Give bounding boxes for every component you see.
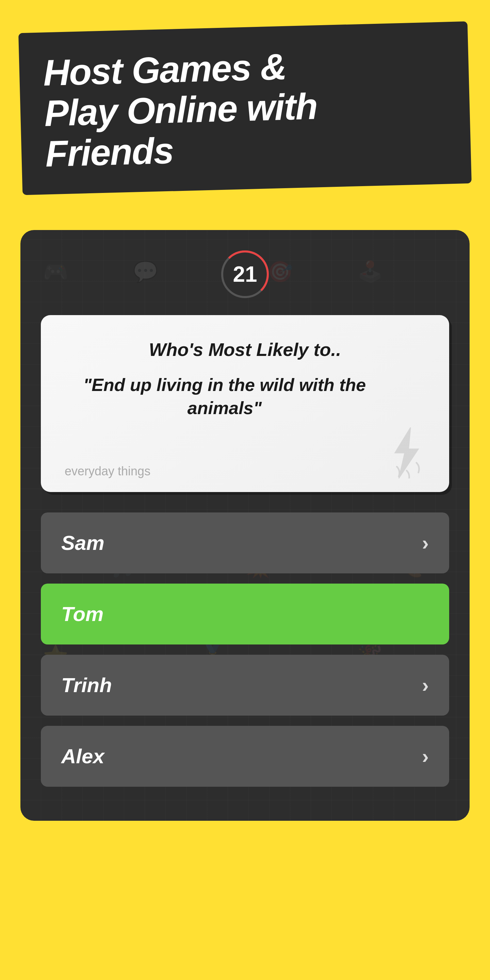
answer-trinh-label: Trinh: [61, 673, 112, 697]
answer-trinh-arrow: ›: [422, 673, 429, 697]
question-text: "End up living in the wild with the anim…: [65, 374, 425, 420]
timer-number: 21: [233, 262, 257, 287]
timer-section: 21: [41, 250, 449, 298]
answers-section: Sam › Tom Trinh › Alex ›: [41, 512, 449, 787]
header-line1: Host Games &: [43, 46, 286, 94]
header-title: Host Games & Play Online with Friends: [43, 43, 447, 174]
header-banner: Host Games & Play Online with Friends: [18, 21, 472, 195]
timer-ring: 21: [221, 250, 269, 298]
question-card: Who's Most Likely to.. "End up living in…: [41, 315, 449, 492]
answer-alex-arrow: ›: [422, 745, 429, 768]
answer-sam-label: Sam: [61, 531, 105, 555]
question-category: everyday things: [65, 464, 150, 479]
answer-tom[interactable]: Tom: [41, 584, 449, 644]
game-container: 🎮 💬 🎯 🕹️ ⚡ 🏆 🎲 💡 🎪 🌟 🎭 🔥 🎵 💥 🎨 ⭐ 🏅 🎉 💎 🚀…: [21, 230, 469, 821]
answer-sam-arrow: ›: [422, 531, 429, 555]
header-section: Host Games & Play Online with Friends: [0, 0, 490, 230]
answer-alex-label: Alex: [61, 745, 105, 768]
answer-sam[interactable]: Sam ›: [41, 512, 449, 573]
lightning-decoration-icon: [385, 427, 429, 479]
answer-tom-label: Tom: [61, 602, 103, 626]
answer-trinh[interactable]: Trinh ›: [41, 655, 449, 716]
question-subtitle: Who's Most Likely to..: [65, 339, 425, 360]
header-line2: Play Online with Friends: [44, 86, 318, 174]
answer-alex[interactable]: Alex ›: [41, 726, 449, 787]
